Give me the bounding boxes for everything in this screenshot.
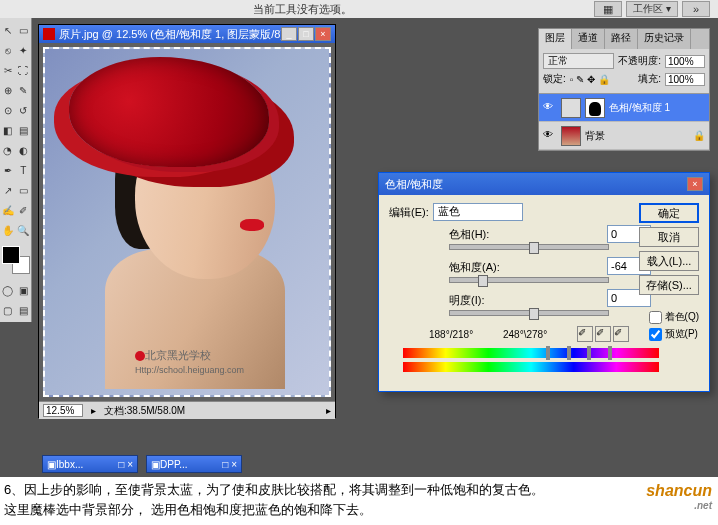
preview-check[interactable]: 预览(P) (649, 327, 699, 341)
blend-mode-select[interactable]: 正常 (543, 53, 614, 69)
dodge-tool[interactable]: ◐ (16, 140, 32, 160)
cancel-button[interactable]: 取消 (639, 227, 699, 247)
dialog-title: 色相/饱和度 (385, 177, 687, 192)
options-msg: 当前工具没有选项。 (253, 2, 352, 17)
history-brush-tool[interactable]: ↺ (16, 100, 32, 120)
caption-text: 6、因上步的影响，至使背景太蓝，为了使和皮肤比较搭配，将其调整到一种低饱和的复古… (4, 480, 714, 519)
site-watermark: shancun.net (646, 482, 712, 511)
path-tool[interactable]: ↗ (0, 180, 16, 200)
opacity-field[interactable]: 100% (665, 55, 705, 68)
taskbar: ▣ Ibbx... □ × ▣ DPP... □ × (42, 455, 242, 473)
tab-paths[interactable]: 路径 (605, 29, 638, 49)
layer-list: 👁 色相/饱和度 1 👁 背景 🔒 (539, 93, 709, 150)
heal-tool[interactable]: ⊕ (0, 80, 16, 100)
blur-tool[interactable]: ◔ (0, 140, 16, 160)
image-watermark: 北京黑光学校 Http://school.heiguang.com (135, 348, 244, 375)
layers-panel: 图层 通道 路径 历史记录 正常 不透明度: 100% 锁定: ▫ ✎ ✥ 🔒 … (538, 28, 710, 151)
edit-select[interactable]: 蓝色 (433, 203, 523, 221)
slice-tool[interactable]: ⛶ (16, 60, 32, 80)
type-tool[interactable]: T (16, 160, 32, 180)
layer-name: 色相/饱和度 1 (609, 101, 670, 115)
gradient-tool[interactable]: ▤ (16, 120, 32, 140)
quickmask-tool[interactable]: ◯ (0, 280, 16, 300)
layer-mask-thumb (585, 98, 605, 118)
visibility-icon[interactable]: 👁 (543, 129, 557, 143)
foreground-color[interactable] (2, 246, 20, 264)
hue-saturation-dialog: 色相/饱和度 × 编辑(E): 蓝色 色相(H): 饱和度(A): 明度(I):… (378, 172, 710, 392)
maximize-btn[interactable]: □ (298, 27, 314, 41)
layer-item-huesat[interactable]: 👁 色相/饱和度 1 (539, 94, 709, 122)
fill-label: 填充: (638, 72, 661, 86)
doc-titlebar[interactable]: 原片.jpg @ 12.5% (色相/饱和度 1, 图层蒙版/8) _ □ × (39, 25, 335, 43)
doc-title-text: 原片.jpg @ 12.5% (色相/饱和度 1, 图层蒙版/8) (59, 27, 281, 42)
close-btn[interactable]: × (315, 27, 331, 41)
screen2-tool[interactable]: ▤ (16, 300, 32, 320)
fill-field[interactable]: 100% (665, 73, 705, 86)
save-button[interactable]: 存储(S)... (639, 275, 699, 295)
colorize-check[interactable]: 着色(Q) (649, 310, 699, 324)
opacity-label: 不透明度: (618, 54, 661, 68)
stamp-tool[interactable]: ⊙ (0, 100, 16, 120)
ok-button[interactable]: 确定 (639, 203, 699, 223)
color-spectrum-bottom (403, 362, 659, 372)
hue-label: 色相(H): (449, 227, 609, 242)
task-item-2[interactable]: ▣ DPP... □ × (146, 455, 242, 473)
hand-tool[interactable]: ✋ (0, 220, 16, 240)
layer-name: 背景 (585, 129, 605, 143)
lock-label: 锁定: (543, 72, 566, 86)
screen1-tool[interactable]: ▢ (0, 300, 16, 320)
eraser-tool[interactable]: ◧ (0, 120, 16, 140)
minimize-btn[interactable]: _ (281, 27, 297, 41)
dialog-close-btn[interactable]: × (687, 177, 703, 191)
color-swatches[interactable] (2, 246, 30, 274)
sat-label: 饱和度(A): (449, 260, 609, 275)
light-label: 明度(I): (449, 293, 609, 308)
toolbox: ↖▭ ⎋✦ ✂⛶ ⊕✎ ⊙↺ ◧▤ ◔◐ ✒T ↗▭ ✍✐ ✋🔍 ◯▣ ▢▤ (0, 18, 32, 322)
document-window: 原片.jpg @ 12.5% (色相/饱和度 1, 图层蒙版/8) _ □ × … (38, 24, 336, 418)
color-spectrum-top[interactable] (403, 348, 659, 358)
crop-tool[interactable]: ✂ (0, 60, 16, 80)
dialog-titlebar[interactable]: 色相/饱和度 × (379, 173, 709, 195)
angle2: 248°\278° (503, 329, 547, 340)
edit-label: 编辑(E): (389, 205, 429, 220)
eyedropper-tool[interactable]: ✐ (16, 200, 32, 220)
screenmode-tool[interactable]: ▣ (16, 280, 32, 300)
angle1: 188°/218° (429, 329, 473, 340)
zoom-tool[interactable]: 🔍 (16, 220, 32, 240)
tab-history[interactable]: 历史记录 (638, 29, 691, 49)
zoom-field[interactable]: 12.5% (43, 404, 83, 417)
layer-item-bg[interactable]: 👁 背景 🔒 (539, 122, 709, 150)
lasso-tool[interactable]: ⎋ (0, 40, 16, 60)
wand-tool[interactable]: ✦ (16, 40, 32, 60)
visibility-icon[interactable]: 👁 (543, 101, 557, 115)
doc-canvas[interactable]: 北京黑光学校 Http://school.heiguang.com (39, 43, 335, 401)
tab-layers[interactable]: 图层 (539, 29, 572, 49)
marquee-tool[interactable]: ▭ (16, 20, 32, 40)
brush-tool[interactable]: ✎ (16, 80, 32, 100)
doc-icon (43, 28, 55, 40)
tab-channels[interactable]: 通道 (572, 29, 605, 49)
move-tool[interactable]: ↖ (0, 20, 16, 40)
options-icon-btn[interactable]: ▦ (594, 1, 622, 17)
image-content: 北京黑光学校 Http://school.heiguang.com (43, 47, 331, 397)
shape-tool[interactable]: ▭ (16, 180, 32, 200)
task-item-1[interactable]: ▣ Ibbx... □ × (42, 455, 138, 473)
options-bar: 当前工具没有选项。 ▦ 工作区 ▾ » (0, 0, 718, 18)
eyedropper-add-icon[interactable]: ✐ (595, 326, 611, 342)
light-slider[interactable] (449, 310, 609, 316)
layer-thumb (561, 126, 581, 146)
notes-tool[interactable]: ✍ (0, 200, 16, 220)
workspace-selector[interactable]: 工作区 ▾ (626, 1, 678, 17)
doc-statusbar: 12.5% ▸ 文档:38.5M/58.0M ▸ (39, 401, 335, 419)
pen-tool[interactable]: ✒ (0, 160, 16, 180)
eyedropper-sub-icon[interactable]: ✐ (613, 326, 629, 342)
hue-slider[interactable] (449, 244, 609, 250)
sat-slider[interactable] (449, 277, 609, 283)
eyedropper-icon[interactable]: ✐ (577, 326, 593, 342)
panel-toggle-btn[interactable]: » (682, 1, 710, 17)
adjustment-thumb (561, 98, 581, 118)
load-button[interactable]: 载入(L)... (639, 251, 699, 271)
doc-size: 文档:38.5M/58.0M (104, 404, 185, 418)
lock-icon: 🔒 (693, 130, 705, 141)
